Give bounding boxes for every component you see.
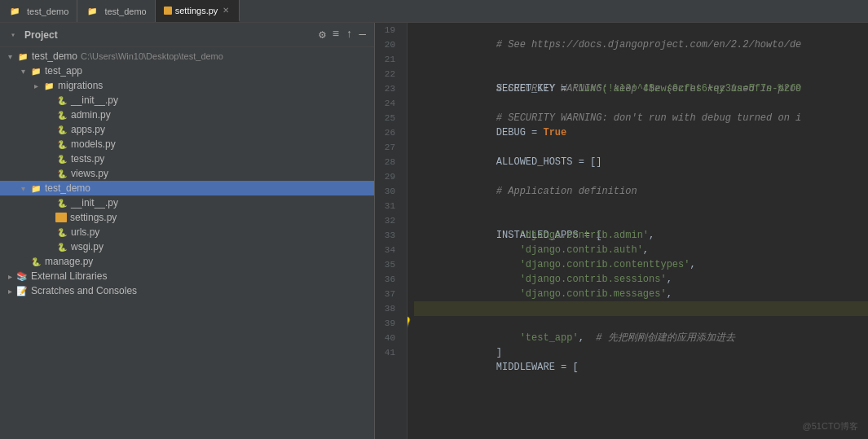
code-line-21: ▷ # SECURITY WARNING: keep the secret ke… bbox=[414, 52, 868, 67]
line-num-19: 19 bbox=[375, 23, 400, 37]
file-tree[interactable]: ▾ 📁 test_demo C:\Users\Win10\Desktop\tes… bbox=[0, 47, 374, 439]
code-line-33: 'django.contrib.auth', bbox=[414, 228, 868, 243]
line-num-22: 22 bbox=[375, 67, 400, 81]
line-num-21: 21 bbox=[375, 52, 400, 67]
code-line-29: # Application definition bbox=[414, 169, 868, 184]
models-label: models.py bbox=[71, 138, 116, 150]
code-line-19: # See https://docs.djangoproject.com/en/… bbox=[414, 23, 868, 37]
tree-item-ext-lib[interactable]: ▸ 📚 External Libraries bbox=[0, 269, 374, 283]
line-numbers: 19 20 21 22 23 24 25 26 27 28 29 30 31 3… bbox=[375, 23, 408, 439]
tree-item-urls[interactable]: ▸ 🐍 urls.py bbox=[0, 225, 374, 239]
tree-item-wsgi[interactable]: ▸ 🐍 wsgi.py bbox=[0, 239, 374, 254]
migrations-folder-icon: 📁 bbox=[42, 81, 55, 90]
tab-close-settings[interactable]: ✕ bbox=[221, 6, 231, 15]
expand-icon[interactable]: ↑ bbox=[344, 26, 354, 43]
menu-icon[interactable]: ≡ bbox=[331, 26, 341, 43]
tree-item-apps[interactable]: ▸ 🐍 apps.py bbox=[0, 122, 374, 137]
code-line-38: 💡 'test_app', # 先把刚刚创建的应用添加进去 bbox=[414, 301, 868, 316]
tree-item-test-demo[interactable]: ▾ 📁 test_demo bbox=[0, 181, 374, 195]
views-label: views.py bbox=[71, 168, 108, 179]
code-line-31: ▷ INSTALLED_APPS = [ bbox=[414, 199, 868, 213]
breadcrumb-tabs-row: 📁 test_demo 📁 test_demo settings.py ✕ bbox=[0, 0, 868, 23]
settings-icon[interactable]: ⚙ bbox=[317, 26, 327, 43]
tests-py-icon: 🐍 bbox=[55, 154, 68, 164]
wsgi-label: wsgi.py bbox=[71, 241, 104, 252]
settings-label: settings.py bbox=[70, 212, 117, 223]
urls-label: urls.py bbox=[71, 226, 99, 238]
code-area[interactable]: 19 20 21 22 23 24 25 26 27 28 29 30 31 3… bbox=[375, 23, 868, 439]
line-num-36: 36 bbox=[375, 272, 400, 287]
minimize-icon[interactable]: — bbox=[358, 26, 368, 43]
left-panel: ▾ Project ⚙ ≡ ↑ — ▾ 📁 test_demo C:\Users… bbox=[0, 23, 375, 439]
tree-item-manage[interactable]: ▸ 🐍 manage.py bbox=[0, 254, 374, 269]
root-label: test_demo bbox=[32, 50, 77, 62]
code-line-41: MIDDLEWARE = [ bbox=[414, 345, 868, 360]
bc-tab-settings[interactable]: settings.py ✕ bbox=[156, 0, 240, 22]
bc-label-1: test_demo bbox=[27, 7, 68, 16]
ext-lib-label: External Libraries bbox=[31, 270, 107, 282]
code-line-23 bbox=[414, 81, 868, 96]
code-41-text: MIDDLEWARE = [ bbox=[473, 362, 579, 373]
code-line-39: ▷ ] bbox=[414, 316, 868, 331]
test-app-folder-icon: 📁 bbox=[29, 66, 42, 76]
toolbar-icons: ⚙ ≡ ↑ — bbox=[317, 26, 368, 43]
line-num-24: 24 bbox=[375, 96, 400, 111]
code-line-32: 'django.contrib.admin', bbox=[414, 213, 868, 228]
bc-tab-test-demo-1[interactable]: 📁 test_demo bbox=[0, 0, 77, 22]
line-num-26: 26 bbox=[375, 125, 400, 140]
init-app-py-icon: 🐍 bbox=[55, 95, 68, 105]
migrations-arrow: ▸ bbox=[29, 81, 42, 90]
tree-item-migrations[interactable]: ▸ 📁 migrations bbox=[0, 78, 374, 93]
tree-item-models[interactable]: ▸ 🐍 models.py bbox=[0, 137, 374, 151]
settings-py-icon bbox=[164, 7, 172, 15]
settings-py-file-icon bbox=[55, 213, 67, 222]
code-line-26 bbox=[414, 125, 868, 140]
line-num-27: 27 bbox=[375, 140, 400, 155]
root-path: C:\Users\Win10\Desktop\test_demo bbox=[81, 51, 223, 61]
line-num-40: 40 bbox=[375, 331, 400, 345]
manage-label: manage.py bbox=[45, 256, 93, 267]
line-num-41: 41 bbox=[375, 345, 400, 360]
line-num-23: 23 bbox=[375, 81, 400, 96]
watermark-text: @51CTO博客 bbox=[803, 420, 858, 432]
project-arrow: ▾ bbox=[7, 30, 20, 40]
tree-item-test-app[interactable]: ▾ 📁 test_app bbox=[0, 64, 374, 78]
scratches-arrow: ▸ bbox=[3, 287, 16, 296]
admin-label: admin.py bbox=[71, 109, 111, 121]
bulb-icon[interactable]: 💡 bbox=[408, 316, 412, 331]
tree-item-init-app[interactable]: ▸ 🐍 __init__.py bbox=[0, 93, 374, 108]
line-num-33: 33 bbox=[375, 228, 400, 243]
tree-root[interactable]: ▾ 📁 test_demo C:\Users\Win10\Desktop\tes… bbox=[0, 49, 374, 64]
code-line-36: 'django.contrib.messages', bbox=[414, 272, 868, 287]
folder-icon-2: 📁 bbox=[86, 7, 99, 16]
code-line-22: SECRET_KEY = 'lux*(!al3!^4$zw(6zfhs6+qz3… bbox=[414, 67, 868, 81]
line-num-28: 28 bbox=[375, 155, 400, 169]
test-app-arrow: ▾ bbox=[16, 67, 29, 76]
tree-item-scratches[interactable]: ▸ 📝 Scratches and Consoles bbox=[0, 283, 374, 298]
code-line-24: # SECURITY WARNING: don't run with debug… bbox=[414, 96, 868, 111]
tree-item-init-demo[interactable]: ▸ 🐍 __init__.py bbox=[0, 195, 374, 210]
line-num-37: 37 bbox=[375, 287, 400, 301]
test-demo-label: test_demo bbox=[45, 182, 90, 194]
code-content[interactable]: # See https://docs.djangoproject.com/en/… bbox=[408, 23, 868, 439]
code-line-20 bbox=[414, 37, 868, 52]
scratches-icon: 📝 bbox=[16, 286, 28, 296]
apps-py-icon: 🐍 bbox=[55, 125, 68, 134]
line-num-38: 38 bbox=[375, 301, 400, 316]
migrations-label: migrations bbox=[58, 80, 103, 91]
bc-tab-test-demo-2[interactable]: 📁 test_demo bbox=[77, 0, 155, 22]
code-line-27: ALLOWED_HOSTS = [] bbox=[414, 140, 868, 155]
code-line-40 bbox=[414, 331, 868, 345]
test-demo-arrow: ▾ bbox=[16, 184, 29, 193]
tree-item-tests[interactable]: ▸ 🐍 tests.py bbox=[0, 151, 374, 166]
root-arrow: ▾ bbox=[3, 52, 16, 61]
ext-lib-icon: 📚 bbox=[16, 271, 28, 282]
test-app-label: test_app bbox=[45, 65, 82, 77]
code-line-28 bbox=[414, 155, 868, 169]
tree-item-admin[interactable]: ▸ 🐍 admin.py bbox=[0, 108, 374, 122]
project-toolbar: ▾ Project ⚙ ≡ ↑ — bbox=[0, 23, 374, 47]
tree-item-settings[interactable]: ▸ settings.py bbox=[0, 210, 374, 225]
bc-label-3: settings.py bbox=[175, 6, 218, 15]
tree-item-views[interactable]: ▸ 🐍 views.py bbox=[0, 166, 374, 181]
project-label: Project bbox=[24, 29, 58, 41]
